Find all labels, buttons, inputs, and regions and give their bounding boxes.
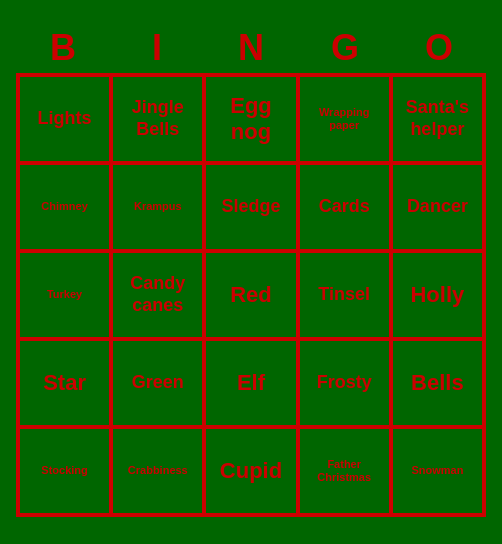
bingo-cell: Egg nog <box>204 75 297 163</box>
bingo-cell: Chimney <box>18 163 111 251</box>
bingo-letter: B <box>16 27 110 69</box>
bingo-cell: Snowman <box>391 427 484 515</box>
cell-label: Turkey <box>47 288 82 301</box>
bingo-cell: Santa's helper <box>391 75 484 163</box>
cell-label: Dancer <box>407 196 468 218</box>
bingo-card: BINGO LightsJingle BellsEgg nogWrapping … <box>6 17 496 527</box>
cell-label: Father Christmas <box>304 458 385 484</box>
bingo-grid: LightsJingle BellsEgg nogWrapping paperS… <box>16 73 486 517</box>
cell-label: Jingle Bells <box>117 97 198 140</box>
cell-label: Cupid <box>220 458 282 484</box>
bingo-cell: Holly <box>391 251 484 339</box>
bingo-cell: Red <box>204 251 297 339</box>
bingo-cell: Lights <box>18 75 111 163</box>
bingo-cell: Sledge <box>204 163 297 251</box>
bingo-letter: O <box>392 27 486 69</box>
cell-label: Tinsel <box>318 284 370 306</box>
cell-label: Frosty <box>317 372 372 394</box>
bingo-cell: Jingle Bells <box>111 75 204 163</box>
cell-label: Holly <box>410 282 464 308</box>
cell-label: Cards <box>319 196 370 218</box>
bingo-header: BINGO <box>16 27 486 69</box>
cell-label: Chimney <box>41 200 87 213</box>
cell-label: Candy canes <box>117 273 198 316</box>
bingo-letter: I <box>110 27 204 69</box>
cell-label: Krampus <box>134 200 182 213</box>
bingo-cell: Stocking <box>18 427 111 515</box>
cell-label: Sledge <box>221 196 280 218</box>
bingo-cell: Turkey <box>18 251 111 339</box>
bingo-cell: Dancer <box>391 163 484 251</box>
bingo-cell: Star <box>18 339 111 427</box>
bingo-cell: Candy canes <box>111 251 204 339</box>
bingo-cell: Elf <box>204 339 297 427</box>
cell-label: Star <box>43 370 86 396</box>
bingo-cell: Cards <box>298 163 391 251</box>
bingo-cell: Green <box>111 339 204 427</box>
bingo-cell: Frosty <box>298 339 391 427</box>
cell-label: Snowman <box>411 464 463 477</box>
cell-label: Stocking <box>41 464 87 477</box>
cell-label: Red <box>230 282 272 308</box>
bingo-cell: Cupid <box>204 427 297 515</box>
bingo-cell: Bells <box>391 339 484 427</box>
bingo-cell: Father Christmas <box>298 427 391 515</box>
cell-label: Santa's helper <box>397 97 478 140</box>
bingo-letter: N <box>204 27 298 69</box>
bingo-cell: Krampus <box>111 163 204 251</box>
bingo-cell: Tinsel <box>298 251 391 339</box>
cell-label: Elf <box>237 370 265 396</box>
cell-label: Wrapping paper <box>304 106 385 132</box>
bingo-cell: Crabbiness <box>111 427 204 515</box>
cell-label: Egg nog <box>210 93 291 146</box>
cell-label: Crabbiness <box>128 464 188 477</box>
bingo-cell: Wrapping paper <box>298 75 391 163</box>
cell-label: Green <box>132 372 184 394</box>
cell-label: Lights <box>38 108 92 130</box>
bingo-letter: G <box>298 27 392 69</box>
cell-label: Bells <box>411 370 464 396</box>
